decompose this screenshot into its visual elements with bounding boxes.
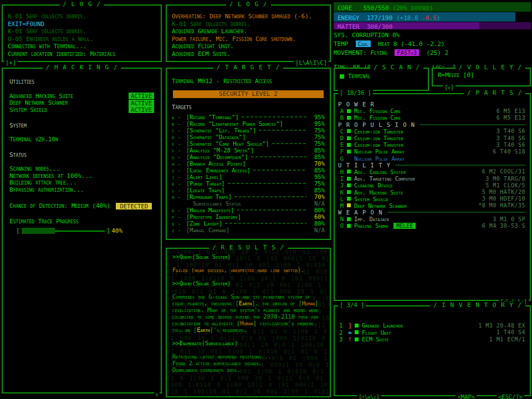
trace-progress-row: [ ] 40% <box>9 227 154 234</box>
results-text: >>Query(Solar System) Failed (near succe… <box>167 249 330 373</box>
target-percent: 85% <box>309 147 325 154</box>
results-line: >>Enumerate(Surveillance) <box>172 340 324 346</box>
part-state-icon <box>347 109 351 113</box>
part-row[interactable]: KAdv. Hacking Suite5 M0 HATK/20 <box>338 188 525 195</box>
log-panel-title: / L O G / <box>59 1 104 8</box>
energy-label: ENERGY <box>337 14 360 22</box>
target-row[interactable]: l -[Locate Traps]85% <box>172 187 325 193</box>
utility-name: System Shield <box>9 106 47 114</box>
part-row[interactable]: NImp. Datajack3 M1 0 SP <box>338 216 525 222</box>
inventory-row[interactable]: 1]Grenade Launcher1 M3 20-48 EX <box>339 322 525 329</box>
target-row[interactable]: i -[Local Emergency Access]85% <box>172 167 325 173</box>
part-row[interactable]: IAdv. Targeting Computer3 M0 TARG/8 <box>338 175 525 182</box>
target-row[interactable]: m -[Reprogram Traps]70% <box>172 193 325 200</box>
active-badge[interactable]: ACTIVE <box>129 100 154 106</box>
target-row[interactable]: z -[Manual Command]N/A <box>172 227 325 233</box>
part-row[interactable]: BMic. Fission Core6 M5 E13 <box>338 114 525 121</box>
target-key: h - <box>172 160 186 167</box>
target-row[interactable]: b -[Record "Lightweight Power Sources"]9… <box>172 120 325 127</box>
temp-label: TEMP <box>334 40 349 48</box>
hacking-close-button[interactable]: x <box>154 391 160 397</box>
part-state-icon <box>347 116 351 120</box>
target-label: [Hauler Manifests] <box>186 207 234 213</box>
results-segment: Human <box>302 300 315 306</box>
volley-expand-button[interactable]: [v] <box>443 84 456 90</box>
log-line: Connecting with Terminal... <box>8 43 156 50</box>
inventory-row[interactable]: 3!ECM Suite1 M1 ECM/1 <box>339 336 525 343</box>
target-row[interactable]: e -[Schematic "Core Heat Shield"]75% <box>172 140 325 147</box>
log-filter-toggle[interactable]: [L\A\I\C] <box>294 59 329 66</box>
part-row[interactable]: AMic. Fission Core6 M5 E13 <box>338 108 525 114</box>
active-badge[interactable]: ACTIVE <box>129 93 154 99</box>
target-panel: / T A R G E T / Terminal M012 - Restrict… <box>166 68 331 240</box>
target-row[interactable]: Surveillance StatusN/A <box>172 200 325 207</box>
part-row[interactable]: CCesium-ion Thruster3 T40 S6 <box>338 128 525 135</box>
scan-item-row[interactable]: Terminal <box>335 69 428 84</box>
log-panel-title: / L O G / <box>226 1 271 8</box>
part-row[interactable]: FNuclear Pulse Array6 T40 S18 <box>338 148 525 155</box>
target-label: [Manual Command] <box>186 227 229 233</box>
target-row[interactable]: a -[Record "Terminal"]95% <box>172 114 325 120</box>
target-percent: 85% <box>309 167 325 173</box>
part-row[interactable]: ECesium-ion Thruster3 T40 S6 <box>338 141 525 148</box>
target-row[interactable]: q -[Zone Layout]80% <box>172 220 325 227</box>
part-slot-key: I <box>338 175 346 182</box>
target-row[interactable]: k -[Purge Threat]75% <box>172 180 325 187</box>
part-row[interactable]: HAdv. Cooling System6 M2 COOL/31 <box>338 168 525 175</box>
part-row[interactable]: OPhasing SabreMELEE6 M4 30-53 S <box>338 222 525 229</box>
parts-section-header: U T I L I T Y <box>338 162 525 168</box>
inventory-sort-toggle[interactable]: [t\m\i] <box>357 393 381 399</box>
target-row[interactable]: j -[Alert Level]95% <box>172 173 325 180</box>
results-line <box>172 273 324 280</box>
movement-readout: MOVEMENT: Flying FASTx3 (25) 2 <box>334 49 531 57</box>
corruption-readout: SYS. CORRUPTION 0% <box>334 32 531 39</box>
target-row[interactable]: p -[Prototype Inventory]60% <box>172 213 325 220</box>
log-line: K-01 Serf collects debris. <box>8 13 156 21</box>
target-row[interactable]: g -[Analysis "Decomposer"]85% <box>172 154 325 160</box>
hacking-utilities-list: Advanced Hacking SuiteACTIVEDeep Network… <box>9 93 154 114</box>
target-row[interactable]: c -[Schematic "Lgt. Treads"]75% <box>172 127 325 134</box>
target-panel-title: / T A R G E T / <box>213 64 283 71</box>
target-label: [Zone Layout] <box>186 220 222 227</box>
results-segment: ], the origin of [ <box>252 300 302 306</box>
target-label: [Alert Level] <box>186 173 222 180</box>
esc-help-button[interactable]: <ESC/?> <box>497 393 524 399</box>
inventory-row[interactable]: 2=Flight Unit1 T40 S4 <box>339 329 525 336</box>
target-row[interactable]: f -[Analysis "M-28 Smith"]85% <box>172 147 325 154</box>
results-line <box>172 287 324 293</box>
part-slot-key: G <box>338 155 346 162</box>
part-row[interactable]: GNuclear Pulse Array <box>338 155 525 162</box>
part-name: System Shield <box>354 196 388 202</box>
part-name: Cesium-ion Thruster <box>354 135 403 141</box>
matter-label: MATTER <box>337 23 360 30</box>
part-state-icon <box>347 197 351 201</box>
part-state-icon <box>347 217 351 221</box>
target-key: b - <box>172 120 186 127</box>
part-stats: 5 M1 CLOK/5 <box>485 182 525 188</box>
part-name: Adv. Hacking Suite <box>354 189 403 196</box>
log-expand-button[interactable]: [+] <box>4 59 18 66</box>
part-row[interactable]: MDeep Network Scanner*8 M0 HATK/35 <box>338 202 525 209</box>
target-row[interactable]: d -[Schematic "Datajack"]75% <box>172 134 325 140</box>
log-line: Current location identified: Materials <box>8 50 156 58</box>
target-row[interactable]: h -[Branch Access Points]70% <box>172 160 325 167</box>
part-slot-key: C <box>338 128 346 135</box>
target-key: i - <box>172 167 186 173</box>
part-row[interactable]: LSystem Shield3 M0 HDEF/10 <box>338 196 525 202</box>
part-row[interactable]: DCesium-ion Thruster3 T40 S6 <box>338 135 525 141</box>
map-button[interactable]: <MAP> <box>456 393 477 399</box>
target-heading: Terminal M012 - Restricted Access <box>172 78 325 85</box>
active-badge[interactable]: ACTIVE <box>129 106 154 113</box>
target-row[interactable]: o -[Hauler Manifests]80% <box>172 207 325 213</box>
target-percent: 75% <box>309 140 325 147</box>
target-key: d - <box>172 134 186 140</box>
target-leader <box>248 136 306 137</box>
target-key: j - <box>172 173 186 180</box>
part-row[interactable]: JCloaking Device5 M1 CLOK/5 <box>338 182 525 188</box>
part-state-icon <box>347 129 351 133</box>
energy-bar: ENERGY 177/190 (+18.0 -0.5) <box>334 12 531 22</box>
energy-paren: ) <box>437 14 441 22</box>
log-line: K-01 Serf collects debris. <box>8 28 156 35</box>
item-stats: 1 M1 ECM/1 <box>489 336 525 342</box>
inventory-panel-title: / I N V E N T O R Y / <box>430 301 525 309</box>
